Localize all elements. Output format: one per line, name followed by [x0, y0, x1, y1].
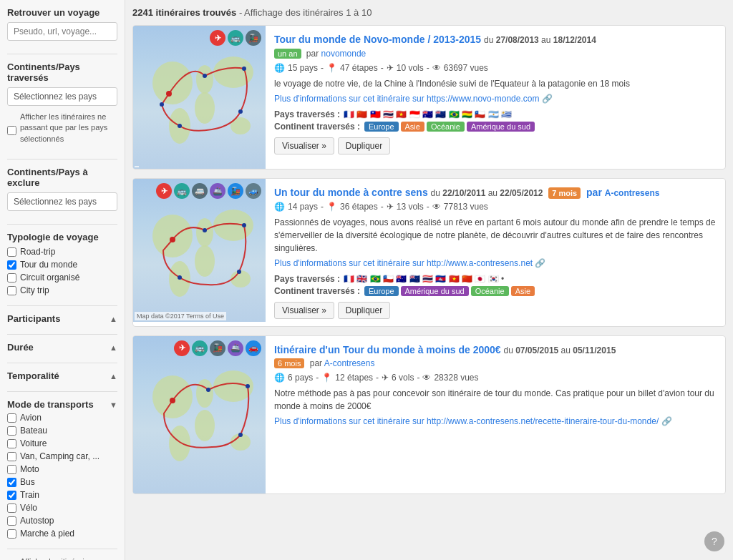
temporalite-chevron-up: ▲	[110, 372, 117, 380]
itin-meta-3: 6 mois par A-contresens	[274, 358, 717, 368]
transport-title: Mode de transports	[7, 399, 94, 410]
itin-date-range-3: du 07/05/2015 au 05/11/2015	[503, 345, 616, 355]
checkbox-autostop[interactable]: Autostop	[7, 516, 117, 526]
svg-point-25	[196, 379, 213, 408]
checkbox-tour-du-monde[interactable]: Tour du monde	[7, 260, 117, 270]
itinerary-card-3: ✈ 🚌 🚂 🚢 🚗 Itinéraire d'un Tour du monde …	[132, 335, 726, 494]
stat-countries-3: 6 pays	[288, 373, 313, 383]
only-selected-transport-label: Afficher les itinéraires n'utilisant que…	[20, 556, 117, 560]
checkbox-moto[interactable]: Moto	[7, 464, 117, 474]
checkbox-bateau[interactable]: Bateau	[7, 426, 117, 436]
checkbox-city-trip[interactable]: City trip	[7, 285, 117, 295]
map-transport-icons-1: ✈ 🚌 🚂	[210, 30, 261, 46]
itin-author-link-3[interactable]: A-contresens	[324, 358, 375, 368]
checkbox-avion[interactable]: Avion	[7, 413, 117, 423]
itin-title-link-1[interactable]: Tour du monde de Novo-monde / 2013-2015	[274, 34, 481, 45]
transport-icon-train-1: 🚂	[246, 30, 261, 46]
duree-header[interactable]: Durée ▲	[7, 342, 117, 353]
itin-ext-link-1[interactable]: https://www.novo-monde.com	[427, 94, 539, 104]
svg-point-18	[170, 237, 175, 242]
globe-icon-3: 🌐	[274, 373, 285, 383]
pin-icon-2: 📍	[326, 202, 337, 212]
svg-point-6	[166, 91, 172, 97]
countries-section-title: Continents/Pays traversés	[7, 62, 117, 83]
only-selected-transport-checkbox[interactable]: Afficher les itinéraires n'utilisant que…	[7, 556, 117, 560]
svg-point-0	[152, 62, 193, 104]
itin-title-link-2[interactable]: Un tour du monde à contre sens	[274, 187, 428, 198]
ti3-plane: ✈	[174, 340, 190, 356]
ti3-car: 🚗	[246, 340, 261, 356]
itin-title-2: Un tour du monde à contre sens du 22/10/…	[274, 186, 717, 200]
svg-point-32	[238, 433, 243, 437]
map-credit-2: Map data ©2017 Terms of Use	[135, 312, 226, 320]
checkbox-train[interactable]: Train	[7, 490, 117, 500]
dupliquer-button-1[interactable]: Dupliquer	[338, 137, 390, 154]
continent-amerique-1: Amérique du sud	[467, 122, 535, 132]
itin-ext-link-2[interactable]: http://www.a-contresens.net	[427, 258, 533, 268]
svg-point-30	[206, 388, 210, 392]
exclude-section-title: Continents/Pays à exclure	[7, 167, 117, 188]
checkbox-roadtrip[interactable]: Road-trip	[7, 247, 117, 257]
itin-author-link-1[interactable]: novomonde	[321, 49, 366, 59]
itin-countries-flags-2: Pays traversés : 🇫🇷 🇬🇧 🇧🇷 🇨🇱 🇦🇺 🇳🇿 🇹🇭 🇰🇭…	[274, 274, 717, 284]
itin-date-range-1: du 27/08/2013 au 18/12/2014	[484, 35, 596, 45]
only-selected-countries-checkbox[interactable]: Afficher les itinéraires ne passant que …	[7, 112, 117, 149]
svg-point-20	[242, 223, 246, 227]
svg-point-12	[152, 215, 193, 257]
checkbox-marche[interactable]: Marche à pied	[7, 529, 117, 539]
svg-point-9	[238, 109, 243, 114]
svg-point-23	[152, 375, 193, 418]
svg-point-19	[203, 228, 207, 232]
plane-icon-2: ✈	[387, 202, 394, 212]
stat-countries-1: 15 pays	[288, 63, 318, 73]
svg-point-15	[195, 245, 215, 277]
temporalite-header[interactable]: Temporalité ▲	[7, 370, 117, 381]
dupliquer-button-2[interactable]: Dupliquer	[338, 302, 390, 319]
stat-flights-1: 10 vols	[397, 63, 424, 73]
participants-title: Participants	[7, 313, 60, 324]
itin-map-3: ✈ 🚌 🚂 🚢 🚗	[133, 336, 266, 493]
visualiser-button-2[interactable]: Visualiser »	[274, 302, 334, 319]
itin-more-link-1: Plus d'informations sur cet itinéraire s…	[274, 94, 717, 104]
visualiser-button-1[interactable]: Visualiser »	[274, 137, 334, 154]
checkbox-bus[interactable]: Bus	[7, 477, 117, 487]
itin-badge-3: 6 mois	[274, 358, 304, 368]
plane-icon-1: ✈	[387, 63, 394, 73]
hint-icon[interactable]: ?	[704, 531, 724, 551]
exclude-select[interactable]: Sélectionnez les pays	[7, 192, 117, 211]
itin-desc-3: Notre méthode pas à pas pour concevoir s…	[274, 387, 717, 413]
eye-icon-1: 👁	[432, 63, 441, 73]
pin-icon-1: 📍	[326, 63, 337, 73]
transport-chevron-down: ▼	[110, 401, 117, 409]
participants-header[interactable]: Participants ▲	[7, 313, 117, 324]
itin-ext-link-3[interactable]: http://www.a-contresens.net/recette-itin…	[427, 416, 659, 426]
transport-header[interactable]: Mode de transports ▼	[7, 399, 117, 410]
itin-title-link-3[interactable]: Itinéraire d'un Tour du monde à moins de…	[274, 344, 501, 355]
itinerary-card-2: ✈ 🚌 🚐 🚢 🚂 🚙 Map data ©2017 Terms of Use …	[132, 178, 726, 327]
continent-europe-1: Europe	[364, 122, 398, 132]
checkbox-velo[interactable]: Vélo	[7, 503, 117, 513]
itin-info-2: Un tour du monde à contre sens du 22/10/…	[266, 179, 725, 326]
results-count: 2241 itinéraires trouvés	[132, 7, 236, 18]
svg-point-10	[178, 124, 182, 128]
checkbox-circuit-organise[interactable]: Circuit organisé	[7, 272, 117, 283]
svg-point-8	[242, 67, 246, 71]
itin-info-3: Itinéraire d'un Tour du monde à moins de…	[266, 336, 725, 493]
itin-desc-2: Passionnés de voyages, nous avons réalis…	[274, 216, 717, 255]
itin-date-range-2: du 22/10/2011 au 22/05/2012	[431, 188, 543, 198]
ti2-ship: 🚢	[210, 183, 225, 199]
globe-icon-1: 🌐	[274, 63, 285, 73]
checkbox-van[interactable]: Van, Camping car, ...	[7, 451, 117, 461]
svg-point-3	[195, 92, 215, 124]
stat-flights-2: 13 vols	[397, 202, 424, 212]
itin-info-1: Tour du monde de Novo-monde / 2013-2015 …	[266, 26, 725, 169]
search-input[interactable]	[7, 22, 117, 41]
itin-author-link-2[interactable]: A-contresens	[605, 188, 660, 198]
ti2-car: 🚙	[246, 183, 261, 199]
checkbox-voiture[interactable]: Voiture	[7, 438, 117, 448]
sidebar-title: Retrouver un voyage	[7, 7, 117, 18]
sidebar: Retrouver un voyage Continents/Pays trav…	[0, 0, 125, 560]
continent-asie-1: Asie	[401, 122, 424, 132]
transport-icon-bus-1: 🚌	[228, 30, 243, 46]
countries-select[interactable]: Sélectionnez les pays	[7, 87, 117, 106]
